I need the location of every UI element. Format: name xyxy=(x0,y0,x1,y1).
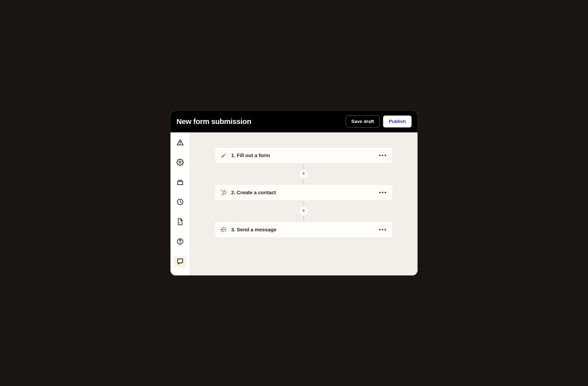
workflow-step[interactable]: 1. Fill out a form xyxy=(215,147,393,164)
workflow-flow: 1. Fill out a form xyxy=(215,147,393,238)
svg-point-26 xyxy=(221,227,223,229)
stack-icon xyxy=(176,178,184,187)
header-actions: Save draft Publish xyxy=(346,116,412,127)
step-label: 2. Create a contact xyxy=(231,190,374,195)
svg-rect-25 xyxy=(221,229,223,230)
more-menu-button[interactable] xyxy=(378,191,387,194)
publish-button[interactable]: Publish xyxy=(383,116,412,127)
step-label: 1. Fill out a form xyxy=(231,152,374,158)
svg-point-7 xyxy=(180,243,180,243)
save-draft-button[interactable]: Save draft xyxy=(346,116,380,127)
hubspot-icon xyxy=(220,189,227,196)
plus-icon xyxy=(301,208,306,214)
connector-line xyxy=(303,216,304,221)
svg-point-29 xyxy=(221,231,223,232)
more-menu-button[interactable] xyxy=(378,228,387,231)
help-circle-icon xyxy=(176,238,184,246)
sidebar-item-alert[interactable] xyxy=(174,137,186,149)
svg-rect-3 xyxy=(178,182,183,185)
more-menu-button[interactable] xyxy=(378,154,387,157)
svg-point-13 xyxy=(223,191,226,194)
clock-icon xyxy=(176,198,184,207)
plus-icon xyxy=(301,171,306,177)
alert-triangle-icon xyxy=(176,139,184,147)
connector-line xyxy=(303,201,304,206)
connector xyxy=(299,164,309,184)
connector xyxy=(299,201,309,221)
sidebar-item-settings[interactable] xyxy=(174,157,186,169)
add-step-button[interactable] xyxy=(299,206,309,216)
svg-rect-23 xyxy=(224,229,226,230)
header-bar: New form submission Save draft Publish xyxy=(171,111,417,132)
sidebar-item-comment[interactable] xyxy=(174,256,186,268)
svg-point-27 xyxy=(225,227,226,229)
svg-point-28 xyxy=(225,231,226,232)
svg-rect-22 xyxy=(223,227,224,229)
workflow-step[interactable]: 3. Send a message xyxy=(215,221,393,238)
page-title: New form submission xyxy=(176,117,251,126)
add-step-button[interactable] xyxy=(299,169,309,179)
step-label: 3. Send a message xyxy=(231,227,374,233)
svg-point-2 xyxy=(179,161,181,163)
app-window: New form submission Save draft Publish xyxy=(170,110,418,276)
sidebar-item-stack[interactable] xyxy=(174,176,186,189)
sidebar xyxy=(171,132,190,275)
gear-icon xyxy=(176,159,184,167)
svg-rect-24 xyxy=(223,230,224,232)
sidebar-item-history[interactable] xyxy=(174,196,186,209)
connector-line xyxy=(303,164,304,169)
body: 1. Fill out a form xyxy=(171,132,417,275)
connector-line xyxy=(303,179,304,184)
file-bolt-icon xyxy=(176,218,184,226)
svg-point-1 xyxy=(180,144,180,145)
comment-icon xyxy=(176,258,184,266)
slack-icon xyxy=(220,226,227,233)
jotform-icon xyxy=(220,152,227,159)
workflow-step[interactable]: 2. Create a contact xyxy=(215,184,393,201)
svg-line-17 xyxy=(222,191,223,192)
workflow-canvas: 1. Fill out a form xyxy=(190,132,417,275)
sidebar-item-power[interactable] xyxy=(174,216,186,228)
sidebar-item-help[interactable] xyxy=(174,236,186,248)
svg-line-19 xyxy=(223,194,224,195)
